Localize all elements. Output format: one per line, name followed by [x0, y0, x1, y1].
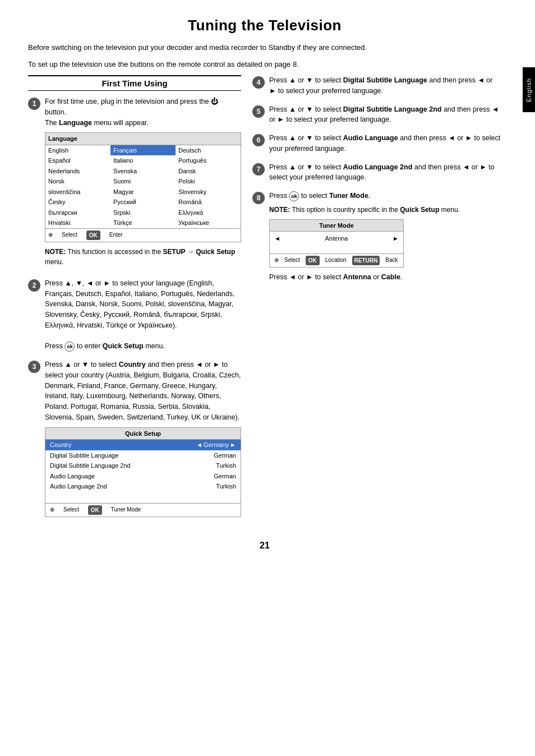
lang-sr: Srpski — [110, 208, 176, 218]
step3-text1: Press ▲ or ▼ to select — [45, 361, 119, 368]
step-3-number: 3 — [28, 361, 40, 373]
lang-de: Deutsch — [176, 145, 241, 156]
lang-no: Norsk — [45, 176, 110, 187]
step1-lang-bold: Language — [59, 119, 92, 127]
lang-nl: Nederlands — [45, 166, 110, 177]
lang-pt: Português — [176, 155, 241, 166]
note8-text: This option is country specific in the — [292, 206, 400, 214]
qs-row-dsl: Digital Subtitle Language German — [45, 450, 241, 461]
note1-setup: SETUP — [163, 248, 186, 256]
qs-row-country: Country ◄ Germany ► — [45, 440, 241, 450]
language-menu-footer: ⊕ Select OK Enter — [45, 228, 241, 242]
language-menu-box: Language English Français Deutsch Españo… — [45, 132, 241, 242]
step-4-content: Press ▲ or ▼ to select Digital Subtitle … — [269, 75, 501, 96]
tuner-mode-box: Tuner Mode ◄ Antenna ► ⊕ Select OK Locat… — [269, 219, 404, 268]
lang-hu: Magyar — [110, 187, 176, 197]
note-1-block: NOTE: This function is accessed in the S… — [45, 247, 241, 267]
step-8-block: 8 Press ok to select Tuner Mode. NOTE: T… — [252, 191, 501, 283]
intro-text-1: Before switching on the television put y… — [28, 42, 501, 53]
step-1-number: 1 — [28, 98, 40, 110]
qs-ok-btn: OK — [88, 505, 102, 515]
right-column: 4 Press ▲ or ▼ to select Digital Subtitl… — [252, 75, 501, 529]
step4-text1: Press ▲ or ▼ to select — [269, 76, 343, 84]
note1-label: NOTE: — [45, 248, 66, 256]
step-3-block: 3 Press ▲ or ▼ to select Country and the… — [28, 359, 241, 522]
section-header: First Time Using — [28, 75, 241, 91]
step4-bold1: Digital Subtitle Language — [343, 76, 427, 84]
intro-text-2: To set up the television use the buttons… — [28, 59, 501, 70]
note1-quick: Quick Setup — [196, 248, 235, 256]
lang-footer-enter-label: Enter — [109, 231, 123, 240]
note1-text: This function is accessed in the — [67, 248, 163, 256]
step5-text1: Press ▲ or ▼ to select — [269, 105, 343, 113]
side-tab: English — [523, 67, 535, 112]
lang-uk: Українське — [176, 218, 241, 228]
lang-es: Español — [45, 155, 110, 166]
step8-text2: to select — [299, 192, 329, 200]
quick-setup-footer: ⊕ Select OK Tuner Mode — [45, 503, 241, 517]
qs-label-dsl: Digital Subtitle Language — [50, 451, 118, 460]
left-column: First Time Using 1 For first time use, p… — [28, 75, 241, 529]
lang-pl: Polski — [176, 176, 241, 187]
step-2-number: 2 — [28, 279, 40, 292]
page-container: English Tuning the Television Before swi… — [0, 0, 535, 756]
lang-bg: български — [45, 208, 110, 218]
step8-bold1: Tuner Mode — [329, 192, 368, 200]
quick-setup-menu-box: Quick Setup Country ◄ Germany ► Digital … — [45, 427, 241, 517]
qs-select-label: Select — [63, 505, 79, 515]
qs-select-icon: ⊕ — [50, 505, 54, 515]
qs-label-al2: Audio Language 2nd — [50, 482, 107, 491]
lang-footer-ok-btn: OK — [86, 231, 100, 240]
qs-value-al: German — [214, 472, 236, 481]
lang-footer-select-icon: ⊕ — [48, 231, 53, 240]
page-number: 21 — [28, 541, 501, 551]
note8-text2: menu. — [441, 206, 460, 214]
lang-ru: Русский — [110, 197, 176, 208]
lang-el: Ελληνικά — [176, 208, 241, 218]
step-4-block: 4 Press ▲ or ▼ to select Digital Subtitl… — [252, 75, 501, 96]
step-2-block: 2 Press ▲, ▼, ◄ or ► to select your lang… — [28, 278, 241, 352]
tm-return-btn: RETURN — [352, 256, 380, 265]
lang-sl: slovenščina — [45, 187, 110, 197]
step-3-content: Press ▲ or ▼ to select Country and then … — [45, 359, 241, 522]
note1-text2: menu. — [45, 258, 63, 266]
step-5-content: Press ▲ or ▼ to select Digital Subtitle … — [269, 104, 501, 126]
tm-select-label: Select — [284, 256, 300, 265]
antenna-bold: Antenna — [343, 273, 371, 281]
qs-row-al2: Audio Language 2nd Turkish — [45, 481, 241, 492]
step-7-number: 7 — [252, 163, 265, 176]
step-4-number: 4 — [252, 76, 265, 89]
tuner-left-arrow: ◄ — [274, 234, 280, 243]
step-2-content: Press ▲, ▼, ◄ or ► to select your langua… — [45, 278, 241, 352]
step-7-block: 7 Press ▲ or ▼ to select Audio Language … — [252, 162, 501, 183]
qs-right-arrow: ► — [230, 440, 236, 450]
quick-setup-header: Quick Setup — [45, 428, 241, 440]
qs-label-country: Country — [50, 440, 72, 450]
qs-row-dsl2: Digital Subtitle Language 2nd Turkish — [45, 460, 241, 471]
lang-ro: Română — [176, 197, 241, 208]
step7-bold1: Audio Language 2nd — [343, 163, 413, 171]
lang-sk: Slovensky — [176, 187, 241, 197]
note8-label: NOTE: — [269, 206, 290, 214]
press-final-span: Press ◄ or ► to select — [269, 273, 343, 281]
step2-text: Press ▲, ▼, ◄ or ► to select your langua… — [45, 279, 234, 329]
cable-bold: Cable — [381, 273, 400, 281]
step-6-content: Press ▲ or ▼ to select Audio Language an… — [269, 133, 501, 154]
qs-left-arrow: ◄ — [196, 440, 202, 450]
step-1-block: 1 For first time use, plug in the televi… — [28, 96, 241, 270]
step3-country: Country — [119, 361, 146, 368]
step2-text3: to enter — [75, 342, 102, 350]
tuner-value: Antenna — [325, 234, 348, 243]
step2-quick: Quick Setup — [103, 342, 144, 350]
step3-text2: and then press ◄ or ► to select your cou… — [45, 361, 241, 421]
language-menu-header: Language — [45, 133, 241, 145]
lang-it: Italiano — [110, 155, 176, 166]
language-menu-grid: English Français Deutsch Español Italian… — [45, 145, 241, 228]
qs-tuner-label: Tuner Mode — [111, 505, 141, 515]
step1-text1: For first time use, plug in the televisi… — [45, 98, 211, 105]
step1-text2: button. — [45, 108, 66, 116]
step-6-number: 6 — [252, 134, 265, 146]
tuner-mode-header: Tuner Mode — [270, 220, 403, 232]
qs-row-al: Audio Language German — [45, 471, 241, 482]
lang-fi: Suomi — [110, 176, 176, 187]
